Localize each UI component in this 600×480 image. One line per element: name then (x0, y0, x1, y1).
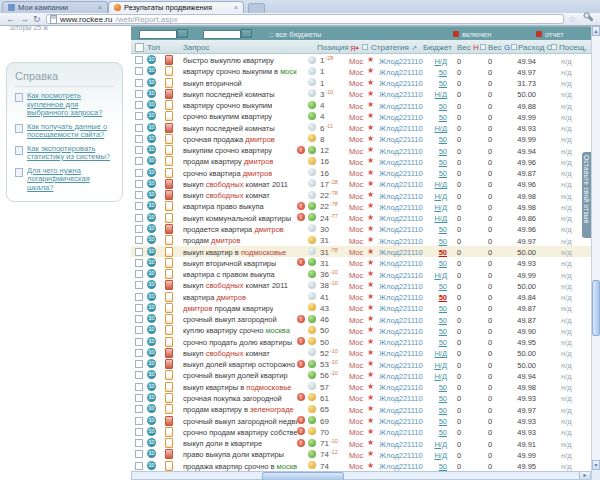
help-link[interactable]: Как получать данные о посещаемости сайта… (15, 123, 116, 140)
strategy-link[interactable]: Жлод221110 (379, 462, 423, 471)
row-checkbox[interactable] (135, 394, 143, 402)
strategy-link[interactable]: Жлод221110 (379, 102, 423, 111)
strategy-link[interactable]: Жлод221110 (379, 225, 423, 234)
table-row[interactable]: 10право выкупа доли квартиры74-12Мос★Жло… (131, 448, 591, 459)
budget-link[interactable]: 50 (429, 293, 447, 302)
budget-link[interactable]: 50 (429, 237, 447, 246)
report-doc-icon[interactable] (165, 382, 173, 392)
header-weight-h[interactable]: Вес Н (457, 43, 479, 52)
table-row[interactable]: 10выкуп доли в квартире!71-10Мос★Жлод221… (131, 437, 591, 448)
report-doc-icon[interactable] (165, 292, 173, 302)
table-row[interactable]: 10срочный выкуп долей квартир56-10Мос★Жл… (131, 369, 591, 380)
report-doc-icon[interactable] (165, 258, 173, 268)
budget-link[interactable]: Н/Д (429, 451, 447, 460)
report-doc-icon[interactable] (165, 78, 173, 88)
strategy-link[interactable]: Жлод221110 (379, 372, 423, 381)
budget-link[interactable]: 50 (429, 394, 447, 403)
budget-link[interactable]: 50 (429, 417, 447, 426)
report-doc-icon[interactable] (165, 280, 173, 290)
table-row[interactable]: 10продам квартиру дмитров16Мос★Жлод22111… (131, 155, 591, 166)
row-checkbox[interactable] (135, 146, 143, 154)
strategy-link[interactable]: Жлод221110 (379, 124, 423, 133)
budget-link[interactable]: 50 (429, 68, 447, 77)
report-doc-icon[interactable] (165, 190, 173, 200)
header-yandex[interactable]: Я▴ (350, 43, 359, 53)
report-doc-icon[interactable] (165, 359, 173, 369)
report-doc-icon[interactable] (165, 314, 173, 324)
tab-close-icon[interactable]: × (98, 4, 102, 11)
row-checkbox[interactable] (135, 417, 143, 425)
tab-promotion-results[interactable]: Результаты продвижения × (108, 1, 244, 13)
budget-link[interactable]: Н/Д (429, 349, 447, 358)
row-checkbox[interactable] (135, 112, 143, 120)
budget-link[interactable]: Н/Д (429, 271, 447, 280)
report-doc-icon[interactable] (165, 235, 173, 245)
scroll-down-icon[interactable]: ▼ (592, 460, 600, 470)
row-checkbox[interactable] (135, 270, 143, 278)
report-doc-icon[interactable] (165, 449, 173, 459)
budget-link[interactable]: Н/Д (429, 361, 447, 370)
row-checkbox[interactable] (135, 157, 143, 165)
header-checkbox-icon[interactable] (511, 44, 517, 50)
report-doc-icon[interactable] (165, 201, 173, 211)
row-checkbox[interactable] (135, 450, 143, 458)
report-doc-icon[interactable] (165, 156, 173, 166)
header-weight-g[interactable]: Вес G (488, 43, 510, 52)
report-doc-icon[interactable] (165, 247, 173, 257)
table-row[interactable]: 10срочный выкуп загородной недвижимости!… (131, 415, 591, 426)
enabled-toggle[interactable]: включен (462, 30, 491, 39)
budget-link[interactable]: 50 (429, 327, 447, 336)
budget-link[interactable]: 50 (429, 135, 447, 144)
strategy-link[interactable]: Жлод221110 (379, 79, 423, 88)
filter-button-1[interactable] (177, 29, 188, 38)
table-row[interactable]: 10квартиру срочно выкупим4Мос★Жлод221110… (131, 99, 591, 110)
row-checkbox[interactable] (135, 405, 143, 413)
budget-link[interactable]: Н/Д (429, 192, 447, 201)
table-row[interactable]: 10выкупим срочно квартиру!12Мос★Жлод2211… (131, 144, 591, 155)
strategy-link[interactable]: Жлод221110 (379, 428, 423, 437)
row-checkbox[interactable] (135, 191, 143, 199)
header-visits[interactable]: Посещ, (559, 43, 586, 52)
budget-link[interactable]: 50 (429, 147, 447, 156)
row-checkbox[interactable] (135, 462, 143, 470)
header-query[interactable]: Запрос (183, 43, 210, 52)
strategy-link[interactable]: Жлод221110 (379, 417, 423, 426)
strategy-link[interactable]: Жлод221110 (379, 293, 423, 302)
header-checkbox-icon[interactable] (551, 44, 557, 50)
row-checkbox[interactable] (135, 315, 143, 323)
table-row[interactable]: 10квартира дмитров41Мос★Жлод221110500049… (131, 291, 591, 302)
table-row[interactable]: 10выкуп коммунальной квартиры!24-77Мос★Ж… (131, 212, 591, 223)
table-row[interactable]: 10выкуп свободных комнат52-10Мос★Жлод221… (131, 347, 591, 358)
table-row[interactable]: 10выкуп последней комнаты3-10Мос★Жлод221… (131, 88, 591, 99)
row-checkbox[interactable] (135, 383, 143, 391)
strategy-link[interactable]: Жлод221110 (379, 68, 423, 77)
header-checkbox-icon[interactable] (362, 44, 368, 50)
report-doc-icon[interactable] (165, 224, 173, 234)
report-doc-icon[interactable] (165, 438, 173, 448)
table-row[interactable]: 10выкуп свободных комнат 201117-28Мос★Жл… (131, 178, 591, 189)
report-doc-icon[interactable] (165, 416, 173, 426)
report-doc-icon[interactable] (165, 337, 173, 347)
report-doc-icon[interactable] (165, 134, 173, 144)
table-row[interactable]: 10выкуп свободных комнат22-78Мос★Жлод221… (131, 189, 591, 200)
table-row[interactable]: 10продажа квартир срочно в москве74Мос★Ж… (131, 460, 591, 471)
row-checkbox[interactable] (135, 90, 143, 98)
table-row[interactable]: 10срочная покупка загородной!61Мос★Жлод2… (131, 392, 591, 403)
strategy-link[interactable]: Жлод221110 (379, 192, 423, 201)
budget-link[interactable]: 50 (429, 259, 447, 268)
budget-link[interactable]: 50 (429, 158, 447, 167)
report-doc-icon[interactable] (165, 55, 173, 65)
strategy-link[interactable]: Жлод221110 (379, 349, 423, 358)
row-checkbox[interactable] (135, 180, 143, 188)
report-doc-icon[interactable] (165, 427, 173, 437)
strategy-link[interactable]: Жлод221110 (379, 203, 423, 212)
row-checkbox[interactable] (135, 439, 143, 447)
vertical-scrollbar[interactable]: ▲ ▼ (591, 26, 600, 480)
report-doc-icon[interactable] (165, 393, 173, 403)
table-row[interactable]: 10выкуп свободных комнат 201138-10Мос★Жл… (131, 279, 591, 290)
table-row[interactable]: 10быстро выкуплю квартиру1-28Мос★Жлод221… (131, 54, 591, 65)
report-doc-icon[interactable] (165, 179, 173, 189)
strategy-link[interactable]: Жлод221110 (379, 248, 423, 257)
report-link[interactable]: отчет (545, 30, 564, 39)
header-position[interactable]: Позиция (317, 43, 349, 52)
